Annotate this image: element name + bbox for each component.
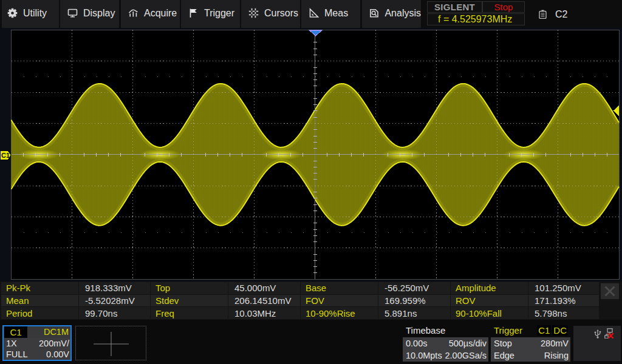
svg-text:C1: C1 [1,152,10,159]
